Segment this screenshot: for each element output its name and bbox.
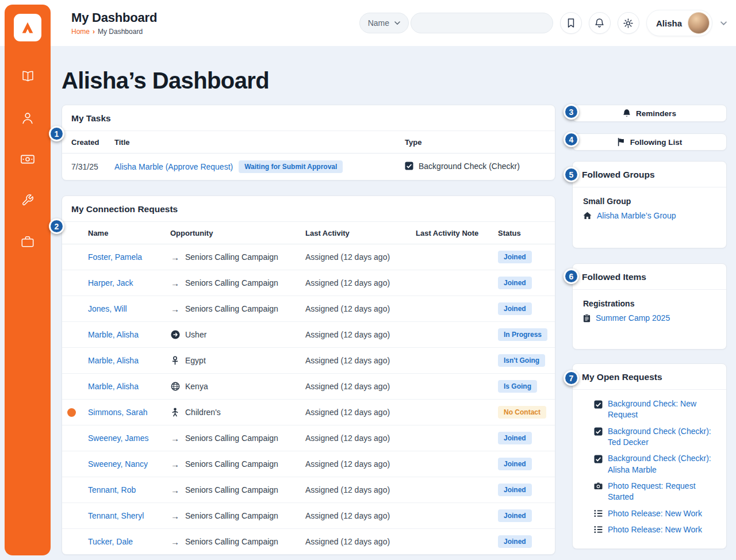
connection-requests-table: Name Opportunity Last Activity Last Acti… bbox=[62, 222, 555, 554]
last-activity: Assigned (12 days ago) bbox=[305, 425, 416, 451]
person-link[interactable]: Sweeney, James bbox=[88, 434, 149, 443]
clipboard-icon bbox=[583, 314, 591, 323]
bell-icon bbox=[595, 18, 604, 28]
open-request-link[interactable]: Background Check: New Request bbox=[608, 398, 717, 421]
last-activity-note bbox=[416, 322, 498, 348]
person-link[interactable]: Harper, Jack bbox=[88, 278, 133, 287]
arrow-right-icon: → bbox=[170, 486, 180, 494]
connection-request-row[interactable]: Tennant, Sheryl →Seniors Calling Campaig… bbox=[62, 503, 555, 529]
status-badge: Joined bbox=[498, 484, 532, 496]
open-request-item: Photo Request: Request Started bbox=[594, 481, 717, 503]
reminders-button[interactable]: Reminders bbox=[572, 105, 727, 122]
sidebar-item-work[interactable] bbox=[21, 236, 34, 248]
bookmarks-button[interactable] bbox=[560, 12, 582, 34]
smart-search: Name bbox=[359, 13, 553, 33]
sidebar-item-people[interactable] bbox=[21, 112, 34, 125]
search-input[interactable] bbox=[411, 13, 553, 33]
last-activity: Assigned (12 days ago) bbox=[305, 348, 416, 374]
chevron-down-icon bbox=[394, 21, 400, 25]
child-icon bbox=[170, 408, 180, 417]
connection-request-row[interactable]: Marble, Alisha Usher Assigned (12 days a… bbox=[62, 322, 555, 348]
user-menu[interactable]: Alisha bbox=[646, 10, 712, 36]
sidebar-item-finance[interactable] bbox=[21, 154, 34, 164]
opportunity-label: Children's bbox=[185, 408, 221, 417]
connection-request-row[interactable]: Jones, Will →Seniors Calling Campaign As… bbox=[62, 296, 555, 322]
open-request-link[interactable]: Photo Release: New Work bbox=[608, 524, 702, 535]
person-link[interactable]: Simmons, Sarah bbox=[88, 408, 147, 417]
person-link[interactable]: Marble, Alisha bbox=[88, 382, 139, 391]
last-activity-note bbox=[416, 348, 498, 374]
connection-request-row[interactable]: Simmons, Sarah Children's Assigned (12 d… bbox=[62, 400, 555, 425]
status-badge: Joined bbox=[498, 302, 532, 315]
person-link[interactable]: Tennant, Rob bbox=[88, 485, 136, 494]
opportunity-label: Seniors Calling Campaign bbox=[185, 278, 278, 287]
last-activity: Assigned (12 days ago) bbox=[305, 270, 416, 296]
connection-request-row[interactable]: Tennant, Rob →Seniors Calling Campaign A… bbox=[62, 477, 555, 503]
my-tasks-card: My Tasks Created Title Type 7/31/25 Alis… bbox=[62, 105, 555, 181]
open-request-item: Background Check (Checkr): Ted Decker bbox=[594, 426, 717, 448]
sidebar-item-library[interactable] bbox=[21, 70, 34, 82]
last-activity-note bbox=[416, 503, 498, 529]
opportunity-label: Seniors Calling Campaign bbox=[185, 252, 278, 262]
search-type-dropdown[interactable]: Name bbox=[359, 13, 409, 33]
followed-group-link[interactable]: Alisha Marble’s Group bbox=[597, 211, 676, 220]
column-header-type: Type bbox=[405, 131, 555, 154]
connection-request-row[interactable]: Tucker, Dale →Seniors Calling Campaign A… bbox=[62, 529, 555, 555]
open-request-link[interactable]: Background Check (Checkr): Alisha Marble bbox=[608, 453, 717, 475]
open-request-link[interactable]: Photo Release: New Work bbox=[608, 508, 702, 519]
connection-request-row[interactable]: Foster, Pamela →Seniors Calling Campaign… bbox=[62, 244, 555, 270]
connection-request-row[interactable]: Marble, Alisha Egypt Assigned (12 days a… bbox=[62, 348, 555, 374]
sidebar-item-tools[interactable] bbox=[21, 194, 34, 206]
arrow-right-icon: → bbox=[170, 279, 180, 287]
theme-button[interactable] bbox=[618, 12, 639, 34]
ankh-icon bbox=[170, 356, 180, 365]
person-link[interactable]: Tucker, Dale bbox=[88, 537, 133, 546]
open-request-item: Photo Release: New Work bbox=[594, 524, 717, 535]
connection-request-row[interactable]: Marble, Alisha Kenya Assigned (12 days a… bbox=[62, 374, 555, 400]
rock-logo-icon bbox=[19, 19, 36, 36]
person-link[interactable]: Jones, Will bbox=[88, 304, 127, 313]
person-link[interactable]: Marble, Alisha bbox=[88, 330, 139, 339]
user-menu-chevron-icon[interactable] bbox=[720, 21, 727, 25]
opportunity-label: Seniors Calling Campaign bbox=[185, 537, 278, 546]
notifications-button[interactable] bbox=[589, 12, 611, 34]
open-request-link[interactable]: Background Check (Checkr): Ted Decker bbox=[608, 426, 717, 448]
following-list-button[interactable]: Following List bbox=[572, 133, 727, 151]
rock-logo[interactable] bbox=[14, 14, 41, 41]
list-icon bbox=[594, 509, 603, 517]
arrow-right-icon: → bbox=[170, 512, 180, 520]
last-activity: Assigned (12 days ago) bbox=[305, 244, 416, 270]
header-actions: Name Alisha bbox=[359, 10, 727, 36]
followed-item-link[interactable]: Summer Camp 2025 bbox=[596, 313, 670, 323]
connection-request-row[interactable]: Harper, Jack →Seniors Calling Campaign A… bbox=[62, 270, 555, 296]
column-header-opportunity: Opportunity bbox=[170, 222, 305, 244]
open-request-link[interactable]: Photo Request: Request Started bbox=[608, 481, 717, 503]
open-request-item: Background Check: New Request bbox=[594, 398, 717, 421]
callout-1: 1 bbox=[49, 126, 64, 141]
last-activity-note bbox=[416, 296, 498, 322]
open-request-item: Photo Release: New Work bbox=[594, 508, 717, 519]
task-title-link[interactable]: Alisha Marble (Approve Request) bbox=[114, 162, 233, 171]
column-header-name: Name bbox=[88, 222, 170, 244]
callout-4: 4 bbox=[564, 132, 579, 147]
arrow-right-icon: → bbox=[170, 434, 180, 443]
bookmark-icon bbox=[566, 18, 576, 28]
person-link[interactable]: Marble, Alisha bbox=[88, 356, 139, 365]
person-link[interactable]: Foster, Pamela bbox=[88, 252, 142, 262]
connection-request-row[interactable]: Sweeney, James →Seniors Calling Campaign… bbox=[62, 425, 555, 451]
flag-icon bbox=[617, 137, 625, 147]
column-header-status: Status bbox=[498, 222, 555, 244]
arrow-right-icon: → bbox=[170, 305, 180, 313]
avatar bbox=[688, 12, 710, 34]
status-badge: Joined bbox=[498, 535, 532, 548]
person-link[interactable]: Tennant, Sheryl bbox=[88, 511, 144, 520]
search-type-label: Name bbox=[368, 18, 389, 28]
breadcrumb: Home › My Dashboard bbox=[71, 28, 157, 36]
status-badge: Is Going bbox=[498, 380, 537, 393]
breadcrumb-home-link[interactable]: Home bbox=[71, 28, 90, 36]
task-type-label: Background Check (Checkr) bbox=[419, 162, 520, 171]
open-requests-title: My Open Requests bbox=[573, 364, 726, 390]
critical-status-dot bbox=[67, 408, 76, 417]
person-link[interactable]: Sweeney, Nancy bbox=[88, 459, 148, 469]
connection-request-row[interactable]: Sweeney, Nancy →Seniors Calling Campaign… bbox=[62, 451, 555, 477]
